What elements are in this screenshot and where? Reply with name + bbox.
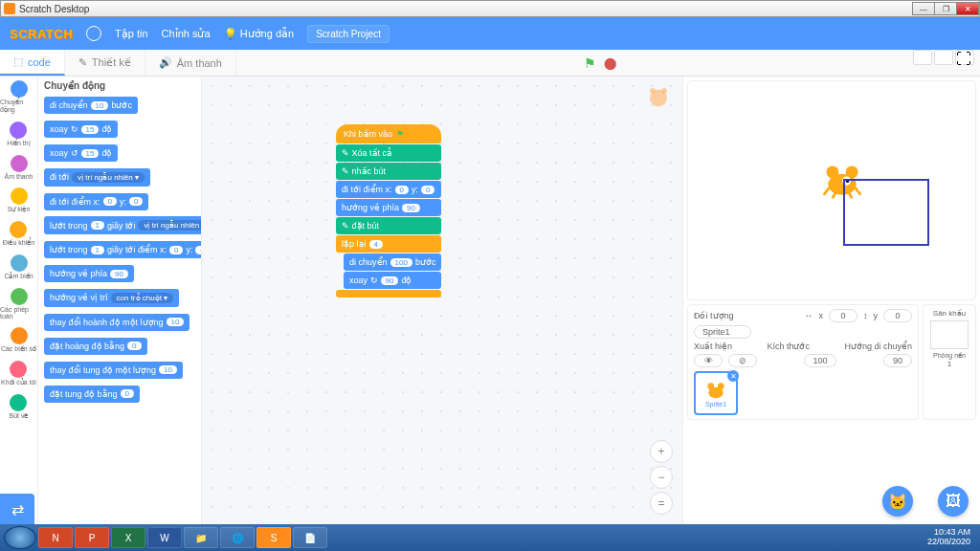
zoom-reset-button[interactable]: = <box>650 492 673 515</box>
window-titlebar: Scratch Desktop — ❐ ✕ <box>0 0 980 17</box>
script-block[interactable]: lặp lại 4 <box>336 235 441 253</box>
svg-point-1 <box>650 88 656 94</box>
app-icon <box>4 3 15 14</box>
hat-block[interactable]: Khi bấm vào ⚑ <box>336 124 441 143</box>
start-button[interactable] <box>4 526 36 549</box>
stage-panel[interactable]: Sân khấu Phông nền 1 <box>923 304 976 420</box>
fullscreen-button[interactable]: ⛶ <box>955 50 974 65</box>
sprite-panel-label: Đối tượng <box>694 311 734 320</box>
size-input[interactable]: 100 <box>804 354 835 367</box>
drawn-square <box>843 179 929 246</box>
project-name-input[interactable]: Scratch Project <box>307 25 390 43</box>
sprite-properties: Đối tượng ↔x0 ↕y0 Sprite1 Xuất hiện Kích… <box>687 304 919 420</box>
palette-block[interactable]: đi tới điểm x: 0 y: 0 <box>44 193 148 210</box>
system-tray[interactable]: 10:43 AM22/08/2020 <box>927 528 976 547</box>
category-Các phép toán[interactable]: Các phép toán <box>0 288 37 320</box>
svg-point-9 <box>707 383 714 389</box>
script-block[interactable]: đi tới điểm x: 0 y: 0 <box>336 181 441 198</box>
direction-input[interactable]: 90 <box>883 354 912 367</box>
taskbar-item[interactable]: N <box>38 527 73 548</box>
taskbar-item[interactable]: 📄 <box>293 527 327 548</box>
category-Khối của tôi[interactable]: Khối của tôi <box>1 361 36 386</box>
script-block[interactable]: di chuyển 100 bước <box>344 253 441 271</box>
sprite-thumbnail[interactable]: ✕ Sprite1 <box>694 371 738 415</box>
palette-block[interactable]: xoay ↻ 15 độ <box>44 121 118 138</box>
stop-icon[interactable]: ⬤ <box>604 56 616 70</box>
palette-block[interactable]: xoay ↺ 15 độ <box>44 144 118 162</box>
green-flag-icon[interactable]: ⚑ <box>584 55 596 71</box>
palette-block[interactable]: đi tới vị trí ngẫu nhiên ▾ <box>44 168 150 187</box>
palette-block[interactable]: thay đổi tung độ một lượng 10 <box>44 362 183 379</box>
taskbar-item[interactable]: X <box>111 527 145 548</box>
add-extension-button[interactable]: ⇄ <box>0 494 34 524</box>
sprite-watermark-icon <box>644 82 673 115</box>
stage-small-button[interactable] <box>913 50 932 65</box>
delete-sprite-icon[interactable]: ✕ <box>727 370 739 382</box>
category-Hiển thị[interactable]: Hiển thị <box>7 121 30 147</box>
palette-block[interactable]: thay đổi hoành độ một lượng 10 <box>44 314 189 331</box>
palette-block[interactable]: hướng về phía 90 <box>44 265 134 282</box>
script-stack[interactable]: Khi bấm vào ⚑✎ Xóa tất cả✎ nhấc bútđi tớ… <box>336 124 441 298</box>
taskbar-item[interactable]: 🌐 <box>220 527 255 548</box>
category-list: Chuyển độngHiển thịÂm thanhSự kiệnĐiều k… <box>0 77 38 524</box>
maximize-button[interactable]: ❐ <box>934 2 957 15</box>
sprite-name-input[interactable]: Sprite1 <box>694 325 751 339</box>
zoom-out-button[interactable]: − <box>650 466 673 489</box>
show-button[interactable]: 👁 <box>694 354 723 367</box>
taskbar-item[interactable]: 📁 <box>184 527 218 548</box>
language-icon[interactable] <box>86 26 101 41</box>
editor-tabs: ⬚code ✎ Thiết kế 🔊 Âm thanh ⚑ ⬤ ⛶ <box>0 50 980 77</box>
palette-block[interactable]: lướt trong 1 giây tới điểm x: 0 y: 0 <box>44 241 201 258</box>
taskbar-item[interactable]: W <box>147 527 182 548</box>
close-button[interactable]: ✕ <box>956 2 979 15</box>
menu-edit[interactable]: Chỉnh sửa <box>162 28 211 40</box>
scratch-logo: SCRATCH <box>10 27 73 41</box>
palette-block[interactable]: đặt hoàng độ bằng 0 <box>44 338 147 355</box>
palette-block[interactable]: đặt tung độ bằng 0 <box>44 386 140 403</box>
minimize-button[interactable]: — <box>912 2 935 15</box>
script-block[interactable]: xoay ↻ 90 độ <box>344 272 441 289</box>
script-block[interactable]: hướng về phía 90 <box>336 199 441 216</box>
hide-button[interactable]: ⊘ <box>728 354 757 367</box>
script-canvas[interactable]: Khi bấm vào ⚑✎ Xóa tất cả✎ nhấc bútđi tớ… <box>201 77 683 524</box>
category-Âm thanh[interactable]: Âm thanh <box>5 155 33 180</box>
loop-end[interactable] <box>336 290 441 298</box>
tab-code[interactable]: ⬚code <box>0 50 65 76</box>
category-Điều khiển[interactable]: Điều khiển <box>3 221 34 247</box>
svg-point-10 <box>718 383 724 389</box>
tab-costumes[interactable]: ✎ Thiết kế <box>65 50 145 76</box>
svg-point-2 <box>661 88 667 94</box>
sprite-y-input[interactable]: 0 <box>883 309 912 322</box>
palette-header: Chuyển động <box>44 80 195 91</box>
category-Cảm biến[interactable]: Cảm biến <box>4 254 33 280</box>
taskbar: N P X W 📁 🌐 S 📄 10:43 AM22/08/2020 <box>0 524 980 551</box>
menu-file[interactable]: Tập tin <box>115 28 148 40</box>
svg-point-5 <box>846 165 858 178</box>
script-block[interactable]: ✎ nhấc bút <box>336 163 441 180</box>
add-backdrop-button[interactable]: 🖼 <box>938 486 969 517</box>
window-controls: — ❐ ✕ <box>913 2 979 15</box>
add-sprite-button[interactable]: 🐱 <box>882 486 913 517</box>
category-Sự kiện[interactable]: Sự kiện <box>8 187 31 213</box>
palette-block[interactable]: hướng về vị trí con trỏ chuột ▾ <box>44 289 179 307</box>
script-block[interactable]: ✎ Xóa tất cả <box>336 144 441 162</box>
palette-block[interactable]: lướt trong 1 giây tới vị trí ngẫu nhiên … <box>44 216 201 234</box>
block-palette: Chuyển động di chuyển 10 bướcxoay ↻ 15 đ… <box>38 77 201 524</box>
stage-large-button[interactable] <box>934 50 953 65</box>
svg-point-4 <box>826 165 838 178</box>
category-Bút vẽ[interactable]: Bút vẽ <box>10 394 29 420</box>
menu-tutorials[interactable]: 💡 Hướng dẫn <box>224 28 295 40</box>
taskbar-item[interactable]: P <box>75 527 109 548</box>
menu-bar: SCRATCH Tập tin Chỉnh sửa 💡 Hướng dẫn Sc… <box>0 17 980 50</box>
zoom-in-button[interactable]: + <box>650 440 673 463</box>
stage[interactable] <box>687 80 976 300</box>
sprite-x-input[interactable]: 0 <box>829 309 858 322</box>
window-title: Scratch Desktop <box>19 4 89 14</box>
category-Các biến số[interactable]: Các biến số <box>1 327 36 353</box>
script-block[interactable]: ✎ đặt bút <box>336 217 441 234</box>
tab-sounds[interactable]: 🔊 Âm thanh <box>145 50 236 76</box>
taskbar-item[interactable]: S <box>256 527 291 548</box>
palette-block[interactable]: di chuyển 10 bước <box>44 97 138 114</box>
category-Chuyển động[interactable]: Chuyển động <box>0 80 37 114</box>
